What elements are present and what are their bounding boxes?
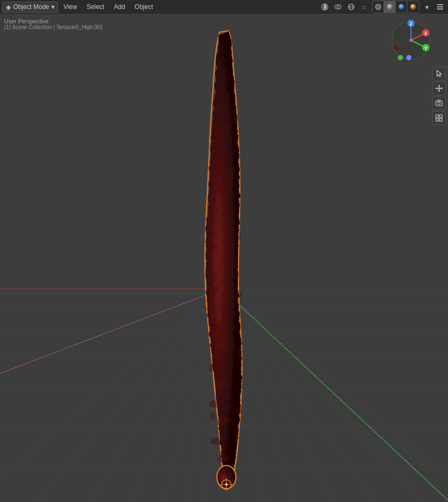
rendered-shading[interactable] [407, 1, 419, 13]
blue-dot [406, 55, 412, 60]
svg-rect-16 [0, 14, 448, 502]
svg-marker-97 [441, 87, 443, 89]
navigation-gizmo[interactable]: Z X Y [390, 19, 432, 61]
svg-rect-102 [440, 115, 442, 117]
gizmo-icon[interactable] [345, 1, 357, 13]
object-mode-icon: ◈ [6, 3, 11, 11]
svg-rect-104 [440, 118, 442, 121]
editor-options[interactable] [434, 1, 446, 13]
object-menu[interactable]: Object [131, 2, 158, 12]
svg-rect-103 [436, 118, 438, 121]
svg-point-11 [398, 4, 404, 10]
material-shading[interactable] [396, 1, 407, 13]
svg-marker-96 [435, 87, 437, 89]
toolbar-right-icons: □ [319, 1, 446, 13]
solid-shading[interactable] [384, 1, 396, 13]
right-toolbar [432, 67, 446, 125]
select-menu[interactable]: Select [83, 2, 108, 12]
svg-point-91 [409, 39, 413, 42]
overlay-icon[interactable] [332, 1, 344, 13]
svg-point-12 [410, 4, 416, 10]
svg-marker-95 [438, 90, 440, 92]
settings-icon[interactable]: ▾ [421, 1, 433, 13]
svg-text:X: X [424, 31, 427, 36]
svg-text:Y: Y [424, 45, 427, 51]
green-dot [398, 55, 403, 60]
viewport-options[interactable]: □ [359, 1, 370, 13]
object-mode-selector[interactable]: ◈ Object Mode ▾ [2, 2, 58, 13]
svg-point-89 [394, 45, 399, 50]
svg-point-90 [394, 30, 399, 35]
svg-marker-94 [438, 85, 440, 86]
svg-rect-101 [436, 115, 438, 117]
svg-rect-13 [437, 4, 443, 5]
svg-rect-14 [437, 6, 443, 7]
grid-tool-button[interactable] [432, 111, 446, 125]
svg-point-10 [387, 4, 392, 10]
viewport-3d[interactable]: User Perspective (1) Scene Collection | … [0, 14, 448, 502]
view-menu[interactable]: View [59, 2, 81, 12]
add-menu[interactable]: Add [109, 2, 129, 12]
shading-selector [372, 1, 419, 13]
svg-rect-15 [437, 8, 443, 10]
move-tool-button[interactable] [432, 81, 446, 95]
grid-background [0, 14, 448, 502]
camera-tool-button[interactable] [432, 96, 446, 110]
object-mode-chevron: ▾ [51, 3, 54, 11]
wireframe-shading[interactable] [372, 1, 384, 13]
viewport-shading-icon[interactable] [319, 1, 331, 13]
svg-text:Z: Z [409, 21, 413, 26]
cursor-tool-button[interactable] [432, 67, 446, 80]
object-mode-label: Object Mode [13, 3, 49, 11]
svg-point-99 [438, 102, 441, 105]
toolbar: ◈ Object Mode ▾ View Select Add Object [0, 0, 448, 14]
